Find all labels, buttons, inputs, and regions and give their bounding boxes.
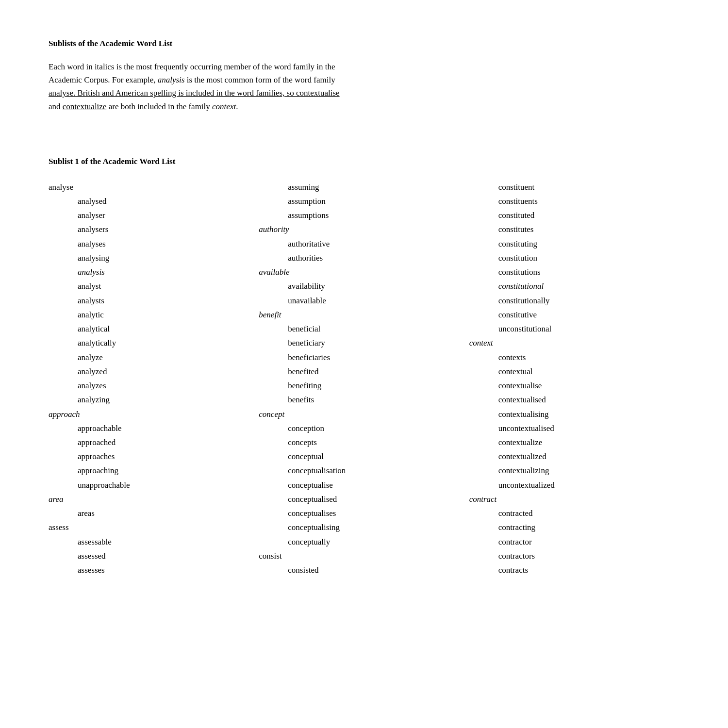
word-entry: conceptualised [259, 492, 469, 506]
intro-line1: Each word in italics is the most frequen… [49, 62, 335, 71]
word-entry: assess [49, 520, 259, 534]
word-entry: conceptually [259, 535, 469, 549]
intro-contextualize-underline: contextualize [63, 102, 107, 111]
word-entry: assessable [49, 535, 259, 549]
word-entry: analytical [49, 322, 259, 336]
word-entry: analyzes [49, 379, 259, 393]
word-entry: constituents [469, 194, 679, 208]
word-entry: area [49, 492, 259, 506]
word-entry: conceptual [259, 449, 469, 463]
word-entry: analysts [49, 294, 259, 308]
word-entry: availability [259, 279, 469, 293]
word-entry: constitutionally [469, 294, 679, 308]
intro-analysis-italic: analysis [158, 75, 185, 84]
word-entry: areas [49, 506, 259, 520]
intro-contextualise-underline: contextualise [296, 88, 340, 98]
word-entry: authority [259, 222, 469, 236]
intro-paragraph: Each word in italics is the most frequen… [49, 60, 679, 113]
word-entry: analysers [49, 222, 259, 236]
intro-line2-post: is the most common form of the word fami… [184, 75, 335, 84]
word-column-3: constituentconstituentsconstitutedconsti… [469, 180, 679, 578]
word-entry: analyst [49, 279, 259, 293]
sublist-title: Sublist 1 of the Academic Word List [49, 157, 679, 166]
word-entry: contextualising [469, 407, 679, 421]
word-entry: approached [49, 435, 259, 449]
word-entry: contracted [469, 506, 679, 520]
word-entry: benefit [259, 308, 469, 322]
word-entry: contract [469, 492, 679, 506]
word-entry: beneficial [259, 322, 469, 336]
word-columns: analyseanalysedanalyseranalysersanalyses… [49, 180, 679, 578]
intro-line2-pre: Academic Corpus. For example, [49, 75, 158, 84]
word-entry: available [259, 265, 469, 279]
word-entry: consisted [259, 563, 469, 577]
word-entry: analysis [49, 265, 259, 279]
word-entry: constitutional [469, 279, 679, 293]
word-column-2: assumingassumptionassumptionsauthorityau… [259, 180, 469, 578]
word-entry: conceptualises [259, 506, 469, 520]
word-entry: unapproachable [49, 478, 259, 492]
word-entry: benefited [259, 364, 469, 379]
word-entry: uncontextualized [469, 478, 679, 492]
word-entry: contracting [469, 520, 679, 534]
word-entry: benefits [259, 393, 469, 407]
word-column-1: analyseanalysedanalyseranalysersanalyses… [49, 180, 259, 578]
word-entry: contexts [469, 350, 679, 364]
word-entry: analytic [49, 308, 259, 322]
intro-line4-post: are both included in the family [106, 102, 212, 111]
word-entry: analysed [49, 194, 259, 208]
intro-line4-end: . [236, 102, 238, 111]
word-entry: benefiting [259, 379, 469, 393]
word-entry: conception [259, 421, 469, 435]
word-entry: constituent [469, 180, 679, 194]
word-entry: conceptualising [259, 520, 469, 534]
word-entry: constitutive [469, 308, 679, 322]
word-entry: constitutions [469, 265, 679, 279]
word-entry: assumptions [259, 208, 469, 222]
word-entry: approachable [49, 421, 259, 435]
word-entry: contextualizing [469, 463, 679, 478]
word-entry: contractors [469, 549, 679, 563]
word-entry: contracts [469, 563, 679, 577]
word-entry: uncontextualised [469, 421, 679, 435]
word-entry: analyze [49, 350, 259, 364]
word-entry: beneficiaries [259, 350, 469, 364]
word-entry: analyses [49, 237, 259, 251]
word-entry: conceptualisation [259, 463, 469, 478]
word-entry: constituting [469, 237, 679, 251]
word-entry: approaches [49, 449, 259, 463]
word-entry: consist [259, 549, 469, 563]
word-entry: contextualized [469, 449, 679, 463]
word-entry: analyzing [49, 393, 259, 407]
intro-context-italic: context [212, 102, 236, 111]
word-entry: concepts [259, 435, 469, 449]
word-entry: analyzed [49, 364, 259, 379]
word-entry: concept [259, 407, 469, 421]
word-entry: beneficiary [259, 336, 469, 350]
word-entry: contextualize [469, 435, 679, 449]
word-entry: unavailable [259, 294, 469, 308]
word-entry: context [469, 336, 679, 350]
word-entry: constitution [469, 251, 679, 265]
word-entry: unconstitutional [469, 322, 679, 336]
word-entry: analysing [49, 251, 259, 265]
word-entry: authorities [259, 251, 469, 265]
page-title: Sublists of the Academic Word List [49, 39, 679, 49]
intro-line4-pre: and [49, 102, 63, 111]
word-entry: assessed [49, 549, 259, 563]
word-entry: contextualised [469, 393, 679, 407]
word-entry: analyser [49, 208, 259, 222]
word-entry: assesses [49, 563, 259, 577]
word-entry: contextual [469, 364, 679, 379]
word-entry: conceptualise [259, 478, 469, 492]
word-entry: approaching [49, 463, 259, 478]
word-entry: approach [49, 407, 259, 421]
word-entry: constituted [469, 208, 679, 222]
word-entry: assumption [259, 194, 469, 208]
word-entry: analyse [49, 180, 259, 194]
word-entry: contextualise [469, 379, 679, 393]
word-entry: assuming [259, 180, 469, 194]
word-entry: constitutes [469, 222, 679, 236]
word-entry: analytically [49, 336, 259, 350]
word-entry: authoritative [259, 237, 469, 251]
